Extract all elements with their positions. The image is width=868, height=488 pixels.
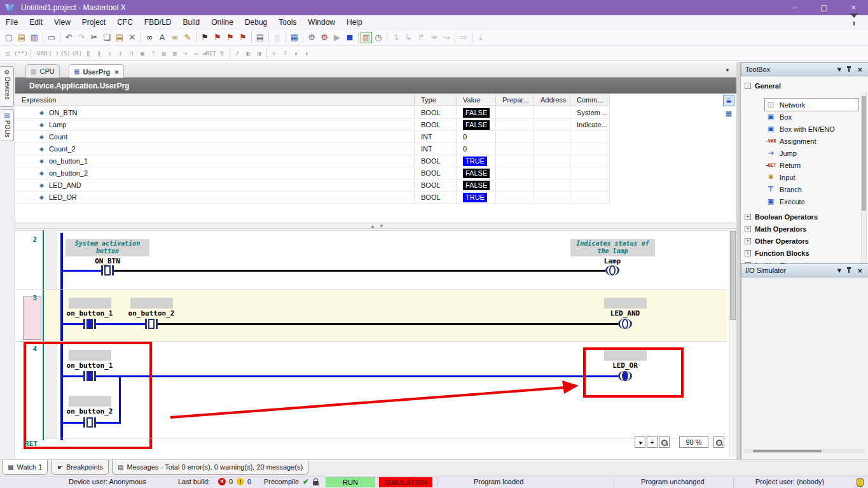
zoom-level[interactable]: 90 %: [679, 436, 708, 448]
toolbox-item-network[interactable]: ◫ Network: [765, 99, 858, 111]
insert-assignment-icon[interactable]: -VAR: [33, 48, 48, 59]
close-panel-icon[interactable]: ×: [857, 66, 863, 74]
clipboard-icon[interactable]: ▤: [254, 31, 266, 44]
coil-label[interactable]: LED_AND: [596, 309, 654, 317]
delete-icon[interactable]: ✕: [126, 31, 139, 44]
tab-breakpoints[interactable]: ☛ Breakpoints: [52, 460, 109, 475]
edge-detection-icon[interactable]: ◧: [243, 48, 254, 59]
contact-on-btn[interactable]: [101, 265, 114, 275]
zoom-tool-button[interactable]: [659, 436, 670, 448]
col-prepared[interactable]: Prepar...: [496, 94, 534, 106]
menu-edit[interactable]: Edit: [24, 15, 48, 29]
step-into-icon[interactable]: ↳: [402, 31, 415, 44]
scrollbar-thumb[interactable]: [730, 231, 736, 320]
table-row[interactable]: ◆ON_BTN BOOL FALSE System ...: [15, 107, 610, 119]
paste-icon[interactable]: ▤: [113, 31, 126, 44]
comment-placeholder[interactable]: [69, 298, 111, 309]
cut-icon[interactable]: ✂: [88, 31, 100, 44]
pin-icon[interactable]: [846, 267, 851, 274]
start-icon[interactable]: ▶: [331, 31, 343, 44]
window-position-icon[interactable]: ▼: [837, 268, 841, 274]
tab-cpu[interactable]: ▥ CPU: [25, 64, 60, 78]
coil-lamp[interactable]: [605, 265, 619, 275]
toolbox-item-box[interactable]: ▣ Box: [765, 111, 792, 123]
insert-falling-edge-icon[interactable]: ↧: [115, 48, 126, 59]
coil-label[interactable]: Lamp: [584, 257, 641, 265]
sidebar-tab-pous[interactable]: ▤ POUs: [1, 109, 14, 141]
pan-tool-button[interactable]: +: [647, 436, 658, 448]
insert-branch-above-icon[interactable]: ⊤: [280, 48, 291, 59]
network-3-number[interactable]: 3: [15, 294, 37, 302]
copy-icon[interactable]: ❏: [100, 31, 113, 44]
table-row[interactable]: ◆on_button_2 BOOL FALSE: [15, 167, 610, 179]
toolbox-item-box-eneno[interactable]: ▣ Box with EN/ENO: [765, 123, 835, 135]
col-value[interactable]: Value: [457, 94, 496, 106]
search-project-icon[interactable]: ∞: [169, 31, 181, 44]
simulation-icon[interactable]: ▥: [361, 32, 372, 43]
negate-icon[interactable]: /: [232, 48, 243, 59]
insert-empty-box-icon[interactable]: ?: [148, 48, 158, 59]
scrollbar-thumb[interactable]: [862, 96, 866, 211]
menu-cfc[interactable]: CFC: [111, 15, 139, 29]
insert-box-icon[interactable]: ▣: [137, 48, 148, 59]
io-simulator-header[interactable]: I/O Simulator ▼ ×: [741, 263, 868, 277]
network-2-number[interactable]: 2: [15, 235, 37, 244]
zoom-fit-button[interactable]: [713, 436, 724, 448]
close-panel-icon[interactable]: ×: [857, 267, 863, 275]
tab-userprg[interactable]: ▦ UserPrg ×: [69, 64, 124, 78]
login-icon[interactable]: ⚙: [305, 31, 318, 44]
col-expression[interactable]: Expression: [15, 94, 415, 106]
tab-messages[interactable]: ▤ Messages - Total 0 error(s), 0 warning…: [112, 460, 308, 475]
contact-on-button-1[interactable]: [83, 319, 96, 329]
insert-reset-coil-icon[interactable]: (R): [71, 48, 83, 59]
menu-view[interactable]: View: [48, 15, 76, 29]
col-comment[interactable]: Comm...: [570, 94, 610, 106]
toolbox-header[interactable]: ToolBox ▼ ×: [741, 62, 868, 76]
table-row[interactable]: ◆Count INT 0: [15, 131, 610, 143]
replace-project-icon[interactable]: ✎: [181, 31, 194, 44]
splitter-up-icon[interactable]: ▲: [370, 223, 375, 229]
table-view-icon[interactable]: ▦: [723, 108, 734, 119]
menu-debug[interactable]: Debug: [239, 15, 273, 29]
menu-window[interactable]: Window: [302, 15, 341, 29]
stop-icon[interactable]: ■: [343, 31, 356, 44]
insert-negated-contact-icon[interactable]: ∦: [93, 48, 104, 59]
pin-icon[interactable]: [846, 66, 851, 73]
flow-control-icon[interactable]: ⇣: [474, 31, 487, 44]
insert-box-eno-icon[interactable]: ▥: [169, 48, 180, 59]
toolbox-item-input[interactable]: ✱ Input: [765, 171, 795, 183]
redo-icon[interactable]: ↷: [75, 31, 88, 44]
toolbox-category-function-blocks[interactable]: + Function Blocks: [745, 247, 809, 259]
expand-icon[interactable]: +: [745, 250, 751, 256]
sidebar-tab-devices[interactable]: ⚙ Devices: [1, 66, 14, 107]
insert-box-en-icon[interactable]: ▤: [158, 48, 169, 59]
next-statement-icon[interactable]: ⇨: [457, 31, 470, 44]
network-3-margin-marker[interactable]: [23, 296, 41, 340]
expand-icon[interactable]: +: [745, 238, 751, 244]
io-simulator-scrollbar[interactable]: [744, 449, 865, 453]
col-address[interactable]: Address: [534, 94, 570, 106]
insert-pulse-icon[interactable]: ⊓: [126, 48, 137, 59]
find-icon[interactable]: ∞: [143, 31, 156, 44]
toolbox-category-other[interactable]: + Other Operators: [745, 235, 809, 247]
table-row[interactable]: ◆LED_OR BOOL TRUE: [15, 192, 610, 204]
table-row[interactable]: ◆LED_AND BOOL FALSE: [15, 179, 610, 192]
declaration-view-icon[interactable]: ≣: [723, 95, 734, 106]
single-cycle-icon[interactable]: ↠: [427, 31, 440, 44]
toolbox-scrollbar[interactable]: [861, 93, 867, 275]
toolbox-item-branch[interactable]: ⊤ Branch: [765, 183, 802, 195]
step-out-icon[interactable]: ↱: [415, 31, 427, 44]
time-monitor-icon[interactable]: ◷: [372, 31, 385, 44]
table-row[interactable]: ◆Count_2 INT 0: [15, 143, 610, 155]
undo-icon[interactable]: ↶: [62, 31, 75, 44]
save-icon[interactable]: ▥: [28, 31, 41, 44]
insert-network-icon[interactable]: ◫: [3, 48, 13, 59]
menu-fbdld[interactable]: FBD/LD: [139, 15, 177, 29]
set-reset-icon[interactable]: ◨: [254, 48, 265, 59]
expand-icon[interactable]: +: [745, 226, 751, 232]
insert-input-icon[interactable]: ⊻: [217, 48, 228, 59]
toolbox-category-general[interactable]: - General: [745, 80, 781, 92]
toolbox-item-assignment[interactable]: -VAR Assignment: [765, 135, 816, 147]
insert-jump-icon[interactable]: →: [180, 48, 191, 59]
collapse-icon[interactable]: -: [745, 83, 751, 89]
